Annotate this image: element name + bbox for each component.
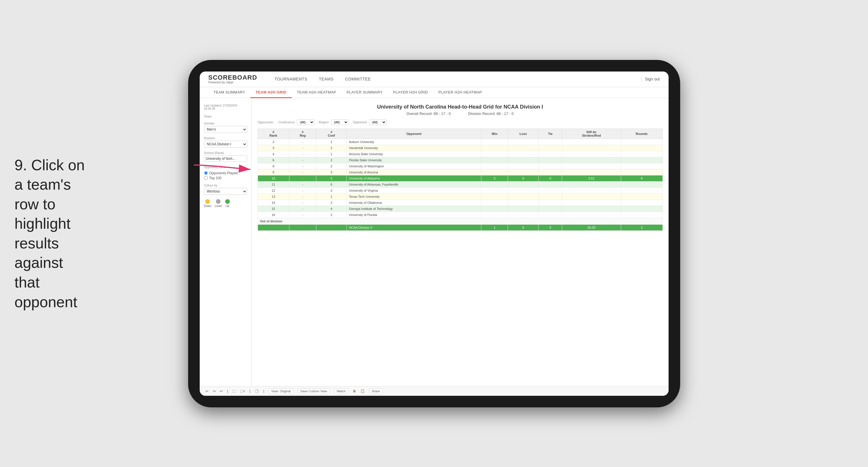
copy-icon[interactable]: ⬚	[232, 389, 236, 393]
region-select[interactable]: (All)	[331, 119, 348, 125]
sidebar-opponent-section: Opponent View Opponents Played Top 100	[204, 165, 247, 180]
sidebar-school-section: School (Rank)	[204, 151, 247, 162]
opponent-select[interactable]: (All)	[369, 119, 386, 125]
school-label: School (Rank)	[204, 151, 247, 155]
tab-team-summary[interactable]: TEAM SUMMARY	[208, 87, 251, 98]
legend-down: Down	[204, 199, 212, 208]
tablet-screen: SCOREBOARD Powered by clippi TOURNAMENTS…	[200, 71, 669, 396]
instruction-text: 9. Click on a team's row to highlight re…	[14, 155, 90, 312]
sidebar-colour-section: Colour by Win/loss	[204, 183, 247, 195]
logo-area: SCOREBOARD Powered by clippi	[208, 75, 257, 84]
radio-opponents-played[interactable]: Opponents Played	[204, 171, 247, 175]
tab-team-h2h-grid[interactable]: TEAM H2H GRID	[250, 87, 291, 98]
col-rounds: Rounds	[621, 128, 662, 139]
table-row[interactable]: 4-1Arizona State University	[257, 151, 662, 157]
scene: 9. Click on a team's row to highlight re…	[0, 0, 868, 467]
table-row[interactable]: 16-2University of Florida	[257, 212, 662, 218]
col-rank: #Rank	[257, 128, 289, 139]
gender-select[interactable]: Men's	[204, 126, 247, 133]
table-row[interactable]: 8-2University of Washington	[257, 163, 662, 169]
paste-icon[interactable]: ⬚+	[240, 389, 245, 393]
region-label: Region	[319, 120, 329, 124]
tab-player-h2h-grid[interactable]: PLAYER H2H GRID	[388, 87, 433, 98]
radio-top100-input[interactable]	[204, 176, 208, 180]
school-input[interactable]	[204, 155, 247, 162]
table-row[interactable]: 11-6University of Arkansas, Fayetteville	[257, 181, 662, 187]
col-tie: Tie	[539, 128, 562, 139]
col-reg: #Reg	[289, 128, 316, 139]
legend-level: Level	[215, 199, 222, 208]
col-conf: #Conf	[316, 128, 346, 139]
table-row[interactable]: 6-2Florida State University	[257, 157, 662, 163]
team-label: Team	[204, 115, 247, 118]
share-button[interactable]: Share	[369, 388, 383, 394]
table-row[interactable]: 13-1Texas Tech University	[257, 194, 662, 200]
last-updated: Last Updated: 27/03/2024 16:55:38	[204, 104, 247, 110]
opponent-filter-group: Opponent (All)	[353, 119, 386, 125]
main-content: Last Updated: 27/03/2024 16:55:38 Team G…	[200, 98, 669, 386]
legend-down-dot	[205, 199, 210, 204]
filter-row: Opponents: Conference (All) Region (All)	[257, 119, 663, 125]
top-nav: SCOREBOARD Powered by clippi TOURNAMENTS…	[200, 71, 669, 87]
legend-level-dot	[216, 199, 221, 204]
table-row[interactable]: 15-4Georgia Institute of Technology	[257, 206, 662, 212]
sign-out-link[interactable]: Sign out	[645, 77, 660, 81]
data-table: #Rank #Reg #Conf Opponent Win Loss Tie D…	[257, 128, 663, 231]
division-label: Division	[204, 136, 247, 140]
radio-opponents-played-input[interactable]	[204, 171, 208, 175]
conference-select[interactable]: (All)	[297, 119, 314, 125]
nav-links: TOURNAMENTS TEAMS COMMITTEE	[274, 77, 371, 81]
opponent-label: Opponent	[353, 120, 367, 124]
nav-committee[interactable]: COMMITTEE	[345, 77, 371, 81]
table-row[interactable]: 10-5University of Alabama3002.618	[257, 175, 662, 181]
redo-icon[interactable]: ↪	[213, 389, 216, 393]
tab-player-summary[interactable]: PLAYER SUMMARY	[342, 87, 388, 98]
save-custom-view-button[interactable]: Save Custom View	[298, 388, 330, 394]
legend-up-dot	[225, 199, 230, 204]
division-select[interactable]: NCAA Division I	[204, 141, 247, 148]
undo2-icon[interactable]: ↩	[220, 389, 223, 393]
division-record: Division Record: 88 - 17 - 0	[468, 112, 514, 116]
records-row: Overall Record: 89 - 17 - 0 Division Rec…	[257, 112, 663, 116]
tab-team-h2h-heatmap[interactable]: TEAM H2H HEATMAP	[292, 87, 342, 98]
grid-area: University of North Carolina Head-to-Hea…	[252, 98, 669, 386]
nav-teams[interactable]: TEAMS	[319, 77, 334, 81]
nav-tournaments[interactable]: TOURNAMENTS	[274, 77, 307, 81]
out-of-division-row[interactable]: NCAA Division II10026.003	[257, 224, 662, 230]
colour-by-label: Colour by	[204, 183, 247, 187]
tab-player-h2h-heatmap[interactable]: PLAYER H2H HEATMAP	[433, 87, 487, 98]
sidebar-division-section: Division NCAA Division I	[204, 136, 247, 148]
opponents-filter-label: Opponents:	[257, 120, 274, 124]
grid-title: University of North Carolina Head-to-Hea…	[257, 104, 663, 110]
tablet-device: SCOREBOARD Powered by clippi TOURNAMENTS…	[188, 60, 680, 407]
opponent-view-radio-group: Opponents Played Top 100	[204, 171, 247, 180]
legend-up: Up	[225, 199, 230, 208]
radio-top100[interactable]: Top 100	[204, 176, 247, 180]
legend: Down Level Up	[204, 199, 247, 208]
sub-nav: TEAM SUMMARY TEAM H2H GRID TEAM H2H HEAT…	[200, 87, 669, 98]
bottom-toolbar: ↩ ↪ ↩ | ⬚ ⬚+ | 🕐 | View: Original Save C…	[200, 386, 669, 396]
clock-icon: 🕐	[255, 389, 259, 393]
conference-label: Conference	[278, 120, 294, 124]
sidebar-gender-section: Gender Men's	[204, 122, 247, 133]
table-header-row: #Rank #Reg #Conf Opponent Win Loss Tie D…	[257, 128, 662, 139]
sidebar: Last Updated: 27/03/2024 16:55:38 Team G…	[200, 98, 252, 386]
table-row[interactable]: 12-3University of Virginia	[257, 187, 662, 194]
region-filter-group: Region (All)	[319, 119, 348, 125]
col-opponent: Opponent	[346, 128, 481, 139]
table-row[interactable]: 9-3University of Arizona	[257, 169, 662, 175]
sidebar-team-section: Team	[204, 115, 247, 118]
table-row[interactable]: 3-2Vanderbilt University	[257, 145, 662, 151]
table-row[interactable]: 14-2University of Oklahoma	[257, 200, 662, 206]
undo-icon[interactable]: ↩	[206, 389, 208, 393]
logo-text: SCOREBOARD	[208, 75, 257, 81]
table-row[interactable]: 2-1Auburn University	[257, 139, 662, 145]
colour-by-select[interactable]: Win/loss	[204, 188, 247, 195]
overall-record: Overall Record: 89 - 17 - 0	[406, 112, 451, 116]
view-original-button[interactable]: View: Original	[269, 388, 293, 394]
col-diff: Diff AvStrokes/Rnd	[562, 128, 621, 139]
watch-button[interactable]: Watch	[334, 388, 348, 394]
conference-filter-group: Conference (All)	[278, 119, 314, 125]
out-of-division-header: Out of division	[257, 218, 662, 224]
col-loss: Loss	[508, 128, 539, 139]
